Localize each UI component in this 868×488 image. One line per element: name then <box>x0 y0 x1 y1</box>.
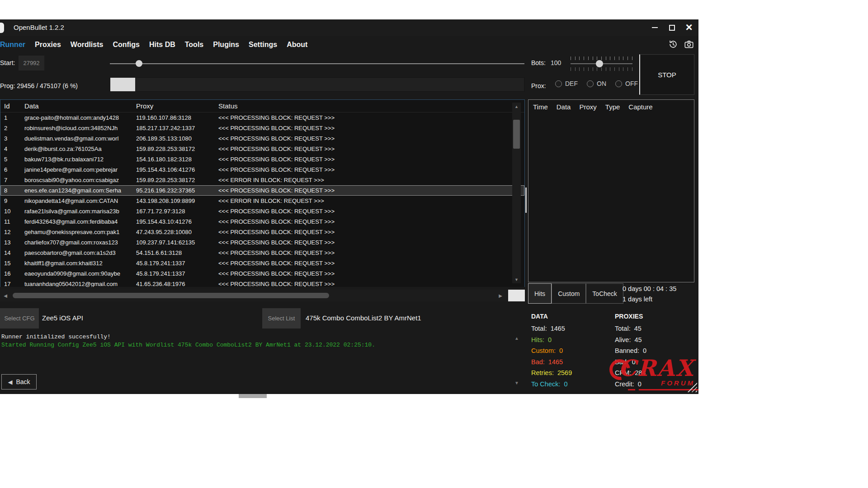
prox-option-on[interactable]: ON <box>587 80 606 87</box>
bots-slider-ticks <box>571 67 632 71</box>
panel-splitter[interactable] <box>525 188 527 213</box>
result-row[interactable]: 10rafae21lsilva@gmail.com:marisa23b167.7… <box>0 206 524 216</box>
stat-proxies-credit: Credit:0 <box>615 379 646 390</box>
menu-item-wordlists[interactable]: Wordlists <box>71 41 104 49</box>
column-header-proxy[interactable]: Proxy <box>136 102 218 110</box>
cell-status: <<< PROCESSING BLOCK: REQUEST >>> <box>218 187 524 194</box>
history-icon-button[interactable] <box>667 38 679 50</box>
stat-value: 1465 <box>551 325 565 332</box>
cell-proxy: 45.8.179.241:1337 <box>136 270 218 277</box>
cell-status: <<< PROCESSING BLOCK: REQUEST >>> <box>218 239 524 246</box>
cell-data: derik@iburst.co.za:761025Aa <box>24 145 136 152</box>
start-slider[interactable] <box>110 60 524 68</box>
cell-data: rafae21lsilva@gmail.com:marisa23b <box>24 208 136 215</box>
result-row[interactable]: 13charliefox707@gmail.com:roxas123109.23… <box>0 237 524 248</box>
result-row[interactable]: 11ferdi432643@gmail.com:ferdibaba4195.15… <box>0 216 524 227</box>
result-row[interactable]: 4derik@iburst.co.za:761025Aa159.89.228.2… <box>0 144 524 154</box>
close-button[interactable]: × <box>682 21 696 34</box>
cell-data: gehamu@onekisspresave.com:pak1 <box>24 229 136 235</box>
menu-item-about[interactable]: About <box>287 41 307 49</box>
resize-grip[interactable] <box>687 382 697 392</box>
vertical-scrollbar[interactable]: ▲ ▼ <box>512 103 521 283</box>
stat-label: CPM: <box>615 369 631 376</box>
select-cfg-label: Select CFG <box>4 315 34 322</box>
start-input[interactable] <box>19 56 44 70</box>
result-row[interactable]: 5bakuw713@bk.ru:balaxani712154.16.180.18… <box>0 154 524 164</box>
result-row[interactable]: 7boroscsabi90@yahoo.com:csabigaz159.89.2… <box>0 175 524 185</box>
menu-item-runner[interactable]: Runner <box>0 41 25 49</box>
stat-label: Credit: <box>615 380 634 388</box>
stat-label: To Check: <box>531 380 560 388</box>
select-cfg-button[interactable]: Select CFG <box>0 308 39 328</box>
menu-item-tools[interactable]: Tools <box>185 41 203 49</box>
select-list-button[interactable]: Select List <box>262 308 301 328</box>
log-scroll-down-icon[interactable]: ▼ <box>514 380 519 385</box>
cell-id: 17 <box>4 281 24 287</box>
capture-column-capture[interactable]: Capture <box>628 103 652 111</box>
result-row[interactable]: 15khaitlff1@gmail.com:khaitl31245.8.179.… <box>0 258 524 268</box>
start-slider-handle[interactable] <box>136 60 142 67</box>
capture-column-time[interactable]: Time <box>533 103 548 111</box>
result-row[interactable]: 8enes.efe.can1234@gmail.com:Serha95.216.… <box>0 185 524 196</box>
scroll-up-icon[interactable]: ▲ <box>512 103 521 110</box>
window-title: OpenBullet 1.2.2 <box>14 23 64 31</box>
tab-custom[interactable]: Custom <box>552 283 586 304</box>
result-row[interactable]: 3duelistman.vendas@gmail.com:worl206.189… <box>0 133 524 144</box>
result-row[interactable]: 14paescobartoro@gmail.com:a1s2d354.151.6… <box>0 248 524 258</box>
menu-item-configs[interactable]: Configs <box>113 41 140 49</box>
column-header-status[interactable]: Status <box>218 102 524 110</box>
cell-proxy: 95.216.196.232:37365 <box>136 187 218 194</box>
result-row[interactable]: 16eaeoyunda0909@gmail.com:90aybe45.8.179… <box>0 268 524 279</box>
result-row[interactable]: 9nikopandetta14@gmail.com:CATAN143.198.2… <box>0 196 524 206</box>
cell-proxy: 109.237.97.141:62135 <box>136 239 218 246</box>
log-scroll-up-icon[interactable]: ▲ <box>514 336 519 341</box>
menu-item-hits-db[interactable]: Hits DB <box>149 41 175 49</box>
result-row[interactable]: 2robinsuresh@icloud.com:34852NJh185.217.… <box>0 123 524 133</box>
horizontal-scrollbar-thumb[interactable] <box>13 293 329 298</box>
result-row[interactable]: 12gehamu@onekisspresave.com:pak147.243.9… <box>0 227 524 237</box>
cell-proxy: 159.89.228.253:38172 <box>136 177 218 183</box>
horizontal-scrollbar[interactable]: ◀ ▶ <box>0 290 525 301</box>
result-row[interactable]: 1grace-paito@hotmail.com:andy1428119.160… <box>0 113 524 123</box>
menu-item-plugins[interactable]: Plugins <box>213 41 239 49</box>
capture-column-proxy[interactable]: Proxy <box>579 103 596 111</box>
tab-hits[interactable]: Hits <box>528 283 552 304</box>
maximize-button[interactable] <box>665 21 679 34</box>
stat-value: 0 <box>564 380 567 388</box>
result-row[interactable]: 17tuananhdang05042012@gmail.com41.65.236… <box>0 279 524 287</box>
scroll-down-icon[interactable]: ▼ <box>512 276 521 283</box>
cell-proxy: 54.151.6.61:3128 <box>136 249 218 256</box>
menu-item-settings[interactable]: Settings <box>249 41 277 49</box>
cell-id: 13 <box>4 239 24 246</box>
cell-data: boroscsabi90@yahoo.com:csabigaz <box>24 177 136 183</box>
capture-column-data[interactable]: Data <box>557 103 571 111</box>
result-row[interactable]: 6janine14pebre@gmail.com:pebrejar195.154… <box>0 164 524 175</box>
capture-column-type[interactable]: Type <box>605 103 620 111</box>
column-header-data[interactable]: Data <box>24 102 136 110</box>
menu-item-proxies[interactable]: Proxies <box>35 41 61 49</box>
menu-bar: RunnerProxiesWordlistsConfigsHits DBTool… <box>0 36 698 53</box>
title-bar[interactable]: OpenBullet 1.2.2 × <box>0 19 698 36</box>
cell-data: ferdi432643@gmail.com:ferdibaba4 <box>24 218 136 225</box>
prox-option-def[interactable]: DEF <box>555 80 578 87</box>
scrollbar-corner <box>508 290 525 301</box>
back-button[interactable]: ◀ Back <box>1 374 37 389</box>
bots-slider[interactable] <box>571 56 632 71</box>
stop-button-label: STOP <box>658 71 676 79</box>
screenshot-icon-button[interactable] <box>683 38 695 50</box>
cell-id: 12 <box>4 229 24 235</box>
tab-tocheck[interactable]: ToCheck <box>586 283 623 304</box>
stat-label: Total: <box>531 325 547 332</box>
scroll-right-icon[interactable]: ▶ <box>496 290 505 301</box>
bots-slider-handle[interactable] <box>596 60 603 67</box>
minimize-button[interactable] <box>648 21 661 34</box>
cell-id: 11 <box>4 218 24 225</box>
column-header-id[interactable]: Id <box>4 102 24 110</box>
stat-label: Alive: <box>615 336 631 343</box>
scroll-left-icon[interactable]: ◀ <box>1 290 10 301</box>
stop-button[interactable]: STOP <box>639 54 694 95</box>
prox-option-off[interactable]: OFF <box>615 80 638 87</box>
radio-circle-icon <box>555 80 562 87</box>
vertical-scrollbar-thumb[interactable] <box>513 120 520 149</box>
stats-proxies: PROXIESTotal:45Alive:45Banned:0Bad:0CPM:… <box>615 313 646 389</box>
